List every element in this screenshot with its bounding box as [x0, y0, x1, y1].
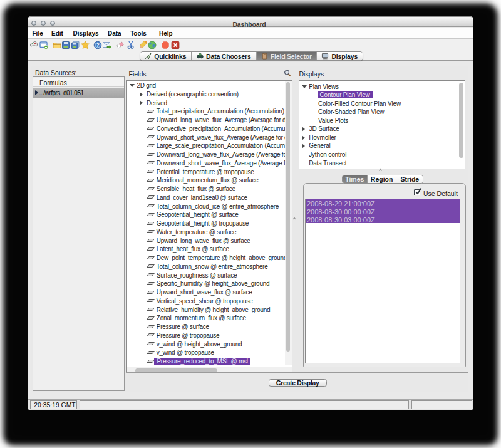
svg-text:?: ?	[96, 42, 99, 48]
